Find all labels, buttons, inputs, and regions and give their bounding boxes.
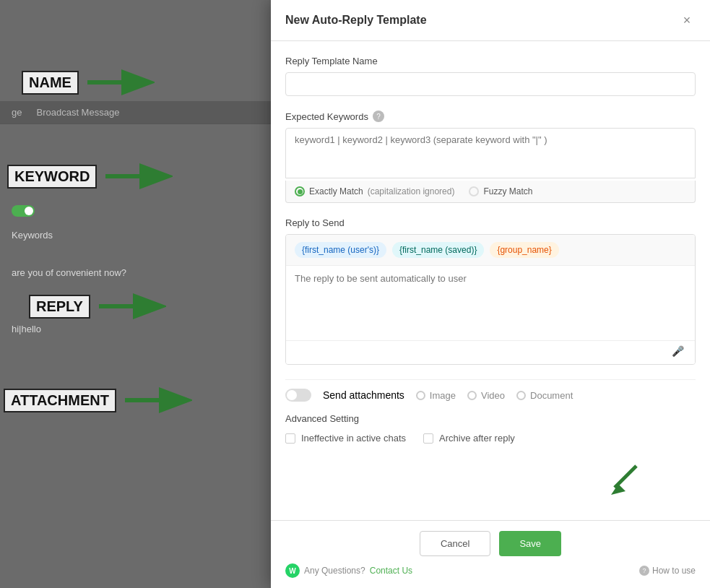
footer-buttons: Cancel Save <box>285 531 696 556</box>
document-radio[interactable] <box>516 391 526 400</box>
reply-textarea[interactable] <box>286 266 695 338</box>
exact-match-label: Exactly Match <box>309 186 363 196</box>
video-option[interactable]: Video <box>467 390 505 401</box>
document-label: Document <box>530 390 573 401</box>
arrow-cursor-icon <box>607 459 644 497</box>
document-option[interactable]: Document <box>516 390 573 401</box>
annotation-reply: REPLY <box>29 293 166 320</box>
image-option[interactable]: Image <box>416 390 456 401</box>
left-nav-item2[interactable]: Broadcast Message <box>36 107 119 118</box>
template-name-label: Reply Template Name <box>285 56 696 66</box>
advanced-checkboxes: Ineffective in active chats Archive afte… <box>285 433 696 444</box>
brand-text: Any Questions? <box>304 566 365 576</box>
annotation-attachment: ATTACHMENT <box>4 386 192 414</box>
archive-reply-label: Archive after reply <box>439 433 515 444</box>
attachments-label: Send attachments <box>323 389 404 401</box>
exact-match-sub: (capitalization ignored) <box>368 186 455 196</box>
contact-link[interactable]: Contact Us <box>370 566 412 576</box>
fuzzy-match-label: Fuzzy Match <box>483 186 532 196</box>
left-nav-item1[interactable]: ge <box>12 107 22 118</box>
svg-marker-5 <box>611 484 625 495</box>
reply-bottom-bar: 🎤 <box>286 340 695 364</box>
left-panel: ge Broadcast Message Keywords are you of… <box>0 0 271 588</box>
annotation-attachment-text: ATTACHMENT <box>4 389 116 412</box>
svg-line-4 <box>615 466 636 488</box>
reply-section: Reply to Send {first_name (user's)} {fir… <box>285 217 696 365</box>
modal-footer: Cancel Save W Any Questions? Contact Us … <box>271 520 710 588</box>
annotation-keyword-text: KEYWORD <box>7 165 97 189</box>
annotation-name-text: NAME <box>22 71 79 95</box>
save-button[interactable]: Save <box>499 531 561 556</box>
left-hi: hi|hello <box>12 324 41 334</box>
template-name-section: Reply Template Name <box>285 56 696 96</box>
modal-body: Reply Template Name Expected Keywords ? … <box>271 41 710 520</box>
keywords-input[interactable] <box>285 128 696 178</box>
keywords-info-icon[interactable]: ? <box>373 111 384 122</box>
exact-match-radio[interactable] <box>295 186 305 196</box>
video-radio[interactable] <box>467 391 477 400</box>
reply-label: Reply to Send <box>285 217 696 228</box>
mic-icon[interactable]: 🎤 <box>672 345 686 360</box>
template-name-input[interactable] <box>285 72 696 96</box>
cancel-button[interactable]: Cancel <box>420 531 490 556</box>
footer-brand: W Any Questions? Contact Us <box>285 563 412 578</box>
advanced-section: Advanced Setting Ineffective in active c… <box>285 413 696 444</box>
annotation-name: NAME <box>22 69 155 96</box>
inactive-chats-checkbox[interactable] <box>285 433 295 444</box>
modal-title: New Auto-Reply Template <box>285 14 427 27</box>
arrow-keyword-icon <box>104 163 173 190</box>
advanced-title: Advanced Setting <box>285 413 696 424</box>
wa-icon: W <box>285 563 300 578</box>
reply-editor: {first_name (user's)} {first_name (saved… <box>285 234 696 365</box>
attachments-toggle[interactable] <box>285 389 311 402</box>
left-toggle[interactable] <box>12 205 35 217</box>
modal-header: New Auto-Reply Template × <box>271 0 710 41</box>
modal-panel: New Auto-Reply Template × Reply Template… <box>271 0 710 588</box>
annotation-reply-text: REPLY <box>29 295 90 319</box>
how-to-use-label: How to use <box>652 566 696 576</box>
keywords-section: Expected Keywords ? Exactly Match (capit… <box>285 111 696 203</box>
archive-reply-checkbox[interactable] <box>423 433 433 444</box>
tag-first-name-saved[interactable]: {first_name (saved)} <box>392 242 484 258</box>
left-nav: ge Broadcast Message <box>0 101 271 124</box>
close-button[interactable]: × <box>678 12 696 29</box>
keywords-match-options: Exactly Match (capitalization ignored) F… <box>285 181 696 203</box>
reply-tags-bar: {first_name (user's)} {first_name (saved… <box>286 235 695 266</box>
archive-reply-option[interactable]: Archive after reply <box>423 433 515 444</box>
image-label: Image <box>430 390 456 401</box>
exact-match-option[interactable]: Exactly Match (capitalization ignored) <box>295 186 454 196</box>
info-circle-icon: ? <box>639 566 649 576</box>
tag-group-name[interactable]: {group_name} <box>490 242 558 258</box>
arrow-attachment-icon <box>124 386 192 414</box>
annotation-keyword: KEYWORD <box>7 163 173 190</box>
keywords-label: Expected Keywords ? <box>285 111 696 122</box>
left-keywords-label: Keywords <box>12 230 53 241</box>
image-radio[interactable] <box>416 391 425 400</box>
arrow-reply-icon <box>98 293 166 320</box>
footer-bottom: W Any Questions? Contact Us ? How to use <box>285 563 696 578</box>
fuzzy-match-option[interactable]: Fuzzy Match <box>469 186 532 196</box>
attachments-row: Send attachments Image Video Document <box>285 379 696 410</box>
fuzzy-match-radio[interactable] <box>469 186 479 196</box>
how-to-use-link[interactable]: ? How to use <box>639 566 696 576</box>
inactive-chats-label: Ineffective in active chats <box>301 433 406 444</box>
arrow-name-icon <box>86 69 155 96</box>
video-label: Video <box>481 390 505 401</box>
left-text1: are you of convenient now? <box>12 267 126 278</box>
inactive-chats-option[interactable]: Ineffective in active chats <box>285 433 406 444</box>
tag-first-name-users[interactable]: {first_name (user's)} <box>295 242 386 258</box>
